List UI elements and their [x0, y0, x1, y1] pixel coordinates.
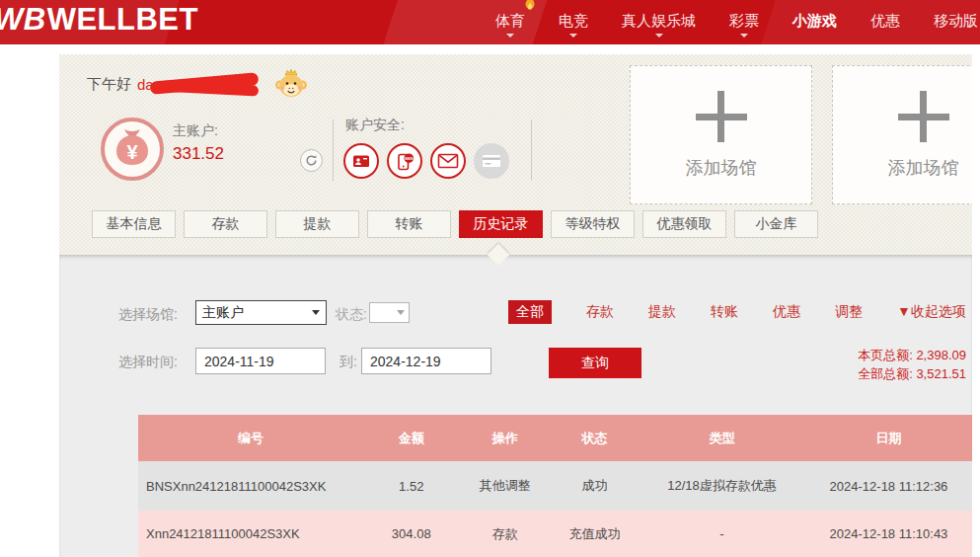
refresh-icon [305, 154, 318, 167]
date-from-input[interactable] [195, 348, 326, 374]
status-select[interactable] [369, 302, 410, 323]
redaction-scribble [150, 72, 264, 98]
refresh-balance-button[interactable] [300, 149, 323, 172]
page-total: 本页总额: 2,398.09 [858, 346, 966, 364]
cell-amount: 1.52 [363, 461, 459, 511]
time-filter-label: 选择时间: [118, 354, 178, 371]
chevron-down-icon [740, 34, 748, 38]
plus-icon [696, 91, 747, 142]
tab-history[interactable]: 历史记录 [459, 210, 543, 238]
cell-date: 2024-12-18 11:10:43 [805, 511, 972, 557]
plus-icon [898, 91, 949, 142]
add-venue-label: 添加场馆 [888, 156, 959, 180]
wellbet-logo[interactable]: WBWELLBET [0, 2, 198, 38]
greeting-text: 下午好 [87, 75, 131, 94]
cell-type: 12/18虚拟存款优惠 [639, 461, 805, 511]
phone-sms-icon[interactable]: SMS [387, 143, 422, 179]
all-total: 全部总额: 3,521.51 [858, 364, 966, 383]
add-venue-box[interactable]: 添加场馆 [832, 65, 972, 204]
chip-transfer[interactable]: 转账 [711, 303, 738, 321]
chip-adjustment[interactable]: 调整 [835, 303, 863, 321]
tab-piggy-bank[interactable]: 小金库 [734, 210, 818, 238]
add-venue-label: 添加场馆 [686, 156, 757, 180]
tab-deposit[interactable]: 存款 [184, 210, 267, 238]
table-header-row: 编号 金额 操作 状态 类型 日期 [138, 415, 972, 461]
account-panel: 下午好 da ¥ 主账户: 331.52 [59, 54, 972, 255]
status-filter-label: 状态: [336, 306, 367, 324]
header-operation: 操作 [459, 415, 551, 461]
chevron-down-icon [506, 34, 514, 38]
divider [333, 119, 334, 181]
chevron-down-icon [569, 34, 577, 38]
svg-text:SMS: SMS [404, 155, 413, 160]
id-card-icon[interactable] [343, 143, 379, 179]
history-panel: 选择场馆: 主账户 状态: 全部 存款 提款 转账 优惠 调整 ▼收起选项 选择… [59, 255, 972, 557]
greeting: 下午好 da [87, 66, 308, 103]
email-icon[interactable] [430, 143, 466, 179]
nav-item-mobile[interactable]: 移动版 [934, 8, 978, 38]
history-table: 编号 金额 操作 状态 类型 日期 BNSXnn24121811100042S3… [138, 415, 972, 557]
svg-text:¥: ¥ [126, 141, 138, 163]
totals: 本页总额: 2,398.09 全部总额: 3,521.51 [858, 346, 966, 383]
logo-text: WELLBET [47, 2, 198, 37]
header-type: 类型 [639, 415, 805, 461]
tab-vip-privileges[interactable]: 等级特权 [551, 210, 635, 238]
divider [531, 119, 532, 181]
tab-basic-info[interactable]: 基本信息 [92, 210, 176, 238]
cell-amount: 304.08 [363, 511, 459, 557]
cell-date: 2024-12-18 11:12:36 [805, 461, 972, 511]
money-bag-icon: ¥ [100, 117, 165, 186]
header-id: 编号 [138, 415, 363, 461]
nav-menu: 体育 电竞 真人娱乐城 彩票 小游戏 优惠 移动版 [495, 0, 980, 44]
chevron-down-icon [655, 34, 663, 38]
nav-item-sports[interactable]: 体育 [495, 8, 525, 38]
cell-status: 充值成功 [551, 511, 639, 557]
header-status: 状态 [551, 415, 639, 461]
tab-transfer[interactable]: 转账 [367, 210, 451, 238]
to-label: 到: [339, 354, 357, 371]
venue-filter-label: 选择场馆: [118, 306, 178, 324]
header-date: 日期 [805, 415, 972, 461]
header-amount: 金额 [363, 415, 459, 461]
main-account-label: 主账户: [173, 122, 218, 140]
hot-flame-icon [523, 0, 537, 16]
monkey-avatar [274, 66, 308, 103]
nav-item-promotions[interactable]: 优惠 [870, 8, 900, 38]
table-row: Xnn24121811100042S3XK 304.08 存款 充值成功 - 2… [138, 511, 972, 557]
account-security-label: 账户安全: [345, 117, 405, 134]
add-venue-box[interactable]: 添加场馆 [630, 65, 812, 204]
chevron-down-icon [397, 310, 405, 315]
account-tabs: 基本信息 存款 提款 转账 历史记录 等级特权 优惠领取 小金库 [92, 210, 818, 238]
top-navbar: WBWELLBET 体育 电竞 真人娱乐城 彩票 小游戏 优惠 [0, 0, 980, 44]
main-account-balance: 331.52 [173, 144, 224, 164]
cell-id: BNSXnn24121811100042S3XK [138, 461, 363, 511]
nav-item-esports[interactable]: 电竞 [559, 8, 588, 38]
venue-select[interactable]: 主账户 [195, 300, 327, 325]
chevron-down-icon [312, 310, 320, 315]
security-icons-row: SMS [343, 143, 509, 179]
tab-withdraw[interactable]: 提款 [275, 210, 359, 238]
tab-promo-claim[interactable]: 优惠领取 [642, 210, 726, 238]
cell-type: - [639, 511, 805, 557]
cell-operation: 其他调整 [459, 461, 551, 511]
chip-withdraw[interactable]: 提款 [648, 303, 676, 321]
date-to-input[interactable] [361, 348, 491, 374]
search-button[interactable]: 查询 [549, 348, 641, 378]
chip-deposit[interactable]: 存款 [586, 303, 614, 321]
cell-status: 成功 [551, 461, 639, 511]
chip-promo[interactable]: 优惠 [773, 303, 800, 321]
cell-operation: 存款 [459, 511, 551, 557]
nav-item-lottery[interactable]: 彩票 [729, 8, 759, 38]
nav-item-mini-games[interactable]: 小游戏 [792, 8, 837, 38]
nav-item-live-casino[interactable]: 真人娱乐城 [622, 8, 696, 38]
bank-card-icon[interactable] [474, 143, 509, 179]
chip-all[interactable]: 全部 [508, 300, 552, 324]
type-filter-chips: 全部 存款 提款 转账 优惠 调整 ▼收起选项 [508, 300, 966, 324]
logo-mark: WB [0, 2, 46, 37]
table-row: BNSXnn24121811100042S3XK 1.52 其他调整 成功 12… [138, 461, 972, 511]
cell-id: Xnn24121811100042S3XK [138, 511, 363, 557]
collapse-options-toggle[interactable]: ▼收起选项 [897, 303, 966, 321]
